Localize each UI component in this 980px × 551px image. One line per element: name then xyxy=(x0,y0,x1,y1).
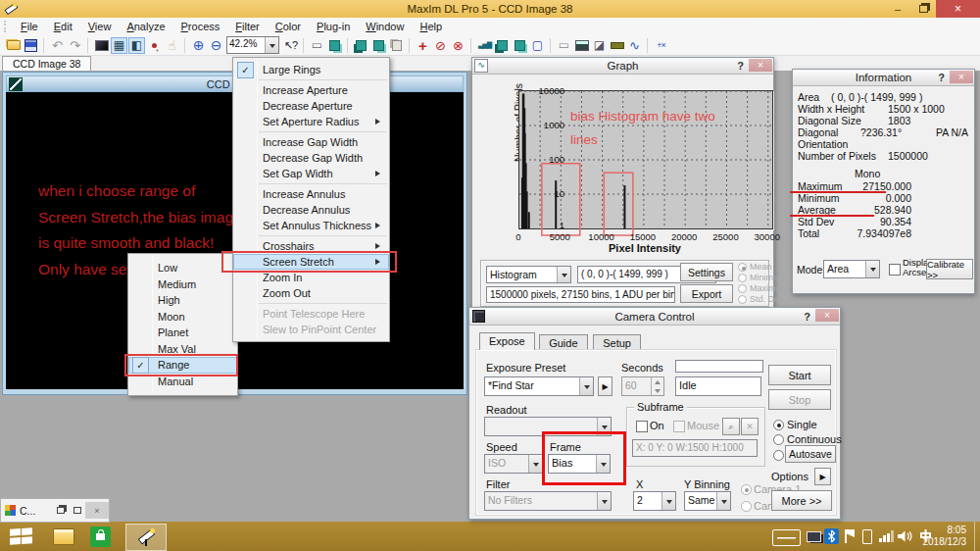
dropdown-arrow-icon[interactable] xyxy=(557,267,570,282)
mode-dropdown[interactable]: Area xyxy=(823,260,880,278)
y-binning-dropdown[interactable]: Same xyxy=(684,491,731,511)
start-button[interactable]: Start xyxy=(768,365,831,385)
graph-bin-info-field[interactable]: 1500000 pixels, 27150 bins, 1 ADU per bi… xyxy=(486,286,675,303)
menu-item-increase-gap-width[interactable]: Increase Gap Width xyxy=(233,134,389,150)
taskbar-clock[interactable]: 8:05 2018/12/3 xyxy=(923,525,967,548)
network-signal-icon[interactable] xyxy=(879,530,893,542)
speed-dropdown[interactable]: ISO xyxy=(484,454,543,474)
levels-button[interactable]: ▭ xyxy=(556,37,572,54)
menu-file[interactable]: File xyxy=(13,19,46,34)
zoom-level-combobox[interactable]: 42.2% xyxy=(226,36,279,54)
zoom-out-button[interactable]: ⊖ xyxy=(208,37,224,54)
camera1-radio[interactable] xyxy=(741,484,752,495)
clone-window-button[interactable] xyxy=(512,37,528,54)
menu-item-large-rings[interactable]: Large Rings✓ xyxy=(233,62,389,77)
menu-item-low[interactable]: Low xyxy=(128,260,237,276)
menu-color[interactable]: Color xyxy=(268,19,309,34)
dropdown-arrow-icon[interactable] xyxy=(579,377,593,395)
save-button[interactable] xyxy=(23,37,39,54)
menu-item-screen-stretch[interactable]: Screen Stretch xyxy=(233,254,389,270)
start-button[interactable] xyxy=(10,527,33,545)
information-help-button[interactable]: ? xyxy=(938,72,945,83)
subframe-select-button[interactable]: ⌕ xyxy=(722,418,740,435)
stat-radio[interactable] xyxy=(738,295,747,304)
dropdown-arrow-icon[interactable] xyxy=(597,492,611,510)
preset-menu-button[interactable]: ▶ xyxy=(598,376,612,396)
minimize-button[interactable]: – xyxy=(885,0,910,18)
zoom-in-button[interactable]: ⊕ xyxy=(190,37,207,54)
minimized-window[interactable]: C... × xyxy=(0,498,110,523)
graph-help-button[interactable]: ? xyxy=(737,60,744,72)
dropdown-arrow-icon[interactable] xyxy=(716,492,730,510)
calibrate-button[interactable]: Calibrate >> xyxy=(926,259,973,279)
dropdown-arrow-icon[interactable] xyxy=(596,455,610,473)
tab-expose[interactable]: Expose xyxy=(479,332,535,350)
autosave-radio[interactable] xyxy=(773,450,784,461)
menu-analyze[interactable]: Analyze xyxy=(119,19,172,34)
menu-item-zoom-out[interactable]: Zoom Out xyxy=(233,285,389,301)
arcsec-checkbox[interactable] xyxy=(889,264,901,276)
no-calibration-button[interactable]: ⊘ xyxy=(432,37,449,54)
more-button[interactable]: More >> xyxy=(771,490,832,511)
photo-view-button[interactable] xyxy=(573,37,590,54)
mini-restore-button[interactable] xyxy=(52,503,69,518)
menu-help[interactable]: Help xyxy=(412,19,450,34)
restore-button[interactable] xyxy=(910,0,936,18)
menu-item-set-annulus-thickness[interactable]: Set Annulus Thickness xyxy=(233,218,389,233)
information-close-button[interactable]: × xyxy=(950,71,973,83)
blank-frame-button[interactable]: ▢ xyxy=(529,37,546,54)
x-binning-dropdown[interactable]: 2 xyxy=(633,491,676,511)
menu-item-planet[interactable]: Planet xyxy=(128,325,237,341)
autosave-button[interactable]: Autosave xyxy=(785,445,836,463)
redo-button[interactable]: ↷ xyxy=(67,37,83,54)
tab-ccd-image-38[interactable]: CCD Image 38 xyxy=(2,56,91,71)
close-button[interactable]: × xyxy=(936,0,980,18)
app-titlebar[interactable]: MaxIm DL Pro 5 - CCD Image 38 – × xyxy=(0,0,980,18)
menu-item-increase-annulus[interactable]: Increase Annulus xyxy=(233,186,389,202)
save-set-button[interactable] xyxy=(353,37,369,54)
menu-window[interactable]: Window xyxy=(358,19,412,34)
store-icon[interactable] xyxy=(90,526,111,547)
volume-icon[interactable] xyxy=(897,529,912,543)
measure-button[interactable]: ▭ xyxy=(309,37,325,54)
camera-control-close-button[interactable]: × xyxy=(815,309,839,322)
dropdown-arrow-icon[interactable] xyxy=(865,261,879,277)
menu-item-decrease-aperture[interactable]: Decrease Aperture xyxy=(233,98,389,114)
seconds-spinner[interactable]: 60 xyxy=(621,376,664,396)
crosshair-button[interactable]: + xyxy=(415,37,431,54)
display-tray-icon[interactable] xyxy=(807,531,821,542)
graph-type-dropdown[interactable]: Histogram xyxy=(486,266,571,283)
gamma-button[interactable]: ◪ xyxy=(591,37,608,54)
flip-view-button[interactable]: ◧ xyxy=(128,37,145,54)
plugin-extra-button[interactable]: +× xyxy=(653,37,669,54)
stat-radio[interactable] xyxy=(738,263,747,272)
menu-item-decrease-gap-width[interactable]: Decrease Gap Width xyxy=(233,150,389,166)
menu-filter[interactable]: Filter xyxy=(227,19,267,34)
bluetooth-icon[interactable] xyxy=(824,528,839,544)
file-explorer-icon[interactable] xyxy=(53,528,74,545)
batch-process-button[interactable] xyxy=(326,37,343,54)
histogram-tool-button[interactable]: ▃▅▇ xyxy=(476,37,493,54)
menu-view[interactable]: View xyxy=(80,19,120,34)
options-button[interactable]: ▶ xyxy=(814,468,831,485)
dropdown-arrow-icon[interactable] xyxy=(597,418,611,435)
display-settings-button[interactable]: ▦ xyxy=(111,37,127,54)
action-center-flag-icon[interactable] xyxy=(845,529,847,543)
menu-process[interactable]: Process xyxy=(173,19,228,34)
menu-item-max-val[interactable]: Max Val xyxy=(128,341,237,358)
screen-stretch-button[interactable] xyxy=(93,37,110,54)
menu-item-increase-aperture[interactable]: Increase Aperture xyxy=(233,82,389,98)
graph-export-button[interactable]: Export xyxy=(680,284,733,303)
menu-edit[interactable]: Edit xyxy=(46,19,80,34)
context-help-button[interactable]: ↖? xyxy=(282,37,299,54)
menu-item-manual[interactable]: Manual xyxy=(128,374,237,390)
readout-dropdown[interactable] xyxy=(484,417,612,436)
menu-plug-in[interactable]: Plug-in xyxy=(309,19,358,34)
exposure-preset-dropdown[interactable]: *Find Star xyxy=(484,376,594,396)
subframe-fullsize-button[interactable]: ✕ xyxy=(741,418,759,435)
maxim-taskbar-button[interactable] xyxy=(125,524,167,551)
menu-item-decrease-annulus[interactable]: Decrease Annulus xyxy=(233,202,389,218)
tab-setup[interactable]: Setup xyxy=(593,334,641,350)
single-radio[interactable] xyxy=(773,420,784,430)
stop-button[interactable]: Stop xyxy=(768,389,831,410)
